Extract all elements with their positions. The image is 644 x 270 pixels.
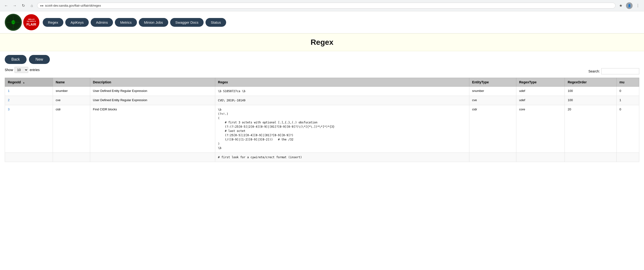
col-regexorder[interactable]: RegexOrder <box>565 78 616 87</box>
cell-id-4 <box>5 153 53 162</box>
cell-entitytype-3: cidr <box>469 105 516 153</box>
nav-regex[interactable]: Regex <box>43 18 63 27</box>
nav-swagger-docs[interactable]: Swagger Docs <box>170 18 204 27</box>
sort-arrow: ▲ <box>22 81 25 84</box>
home-button[interactable]: ⌂ <box>28 2 35 9</box>
cell-regex-2: CVE\ 2019\-10149 <box>215 96 469 105</box>
col-entitytype[interactable]: EntityType <box>469 78 516 87</box>
content-area: Back New Show 10 25 50 100 entries Searc… <box>0 51 644 166</box>
scot-logo: SCOT <box>5 14 22 31</box>
bookmark-button[interactable]: ★ <box>618 2 624 9</box>
table-row: 1 snumber User Defined Entity Regular Ex… <box>5 87 639 96</box>
cell-desc-1: User Defined Entity Regular Expression <box>90 87 215 96</box>
user-icon: 👤 <box>626 2 632 9</box>
address-bar[interactable]: ●● scot4-dev.sandia.gov/flair-ui/flair/d… <box>37 2 616 8</box>
logo-container: SCOT HELLO my name is FLAIR <box>5 14 40 31</box>
page-title-bar: Regex <box>0 33 644 51</box>
cell-mu-3: 0 <box>616 105 639 153</box>
url-text: scot4-dev.sandia.gov/flair-ui/flair/dt/r… <box>45 4 613 7</box>
cell-desc-3: Find CIDR blocks <box>90 105 215 153</box>
row-1-link[interactable]: 1 <box>8 89 10 93</box>
scot-logo-wrapper: SCOT <box>5 14 22 31</box>
cell-name-2: cve <box>53 96 90 105</box>
cell-id-1: 1 <box>5 87 53 96</box>
page-title: Regex <box>4 38 640 47</box>
cell-entitytype-4 <box>469 153 516 162</box>
row-3-link[interactable]: 3 <box>8 108 10 111</box>
cell-desc-2: User Defined Entity Regular Expression <box>90 96 215 105</box>
table-row: # first look for a cywirete/crect format… <box>5 153 639 162</box>
cell-mu-2: 1 <box>616 96 639 105</box>
col-regex[interactable]: Regex <box>215 78 469 87</box>
back-action-button[interactable]: Back <box>5 55 26 64</box>
toolbar: Back New <box>5 55 639 64</box>
nav-minion-jobs[interactable]: Minion Jobs <box>139 18 168 27</box>
my-name-text: my name is <box>27 20 36 22</box>
nav-status[interactable]: Status <box>206 18 226 27</box>
forward-button[interactable]: → <box>12 2 18 9</box>
table-header-row: RegexId ▲ Name Description Regex EntityT… <box>5 78 639 87</box>
col-name[interactable]: Name <box>53 78 90 87</box>
hello-badge: HELLO my name is FLAIR <box>23 14 40 31</box>
cell-name-1: snumber <box>53 87 90 96</box>
cell-id-2: 2 <box>5 96 53 105</box>
cell-mu-1: 0 <box>616 87 639 96</box>
cell-regex-3: \b (?<!.) ( # first 3 octets with option… <box>215 105 469 153</box>
browser-actions: ★ 👤 ⋮ <box>618 2 641 9</box>
show-label: Show <box>5 68 13 72</box>
back-button[interactable]: ← <box>3 2 10 9</box>
show-entries: Show 10 25 50 100 entries <box>5 67 40 73</box>
cell-entitytype-1: snumber <box>469 87 516 96</box>
cell-regexorder-4 <box>565 153 616 162</box>
search-input[interactable] <box>601 68 639 74</box>
col-regexid[interactable]: RegexId ▲ <box>5 78 53 87</box>
entries-label: entries <box>30 68 40 72</box>
cell-name-4 <box>53 153 90 162</box>
cell-regexorder-3: 20 <box>565 105 616 153</box>
cell-regexorder-1: 100 <box>565 87 616 96</box>
col-regextype[interactable]: RegexType <box>516 78 565 87</box>
col-mu[interactable]: mu <box>616 78 639 87</box>
search-label: Search: <box>588 69 600 73</box>
browser-chrome: ← → ↻ ⌂ ●● scot4-dev.sandia.gov/flair-ui… <box>0 0 644 11</box>
hello-text: HELLO <box>28 18 34 21</box>
cell-id-3: 3 <box>5 105 53 153</box>
row-2-link[interactable]: 2 <box>8 98 10 102</box>
cell-mu-4 <box>616 153 639 162</box>
cell-regex-1: \b S1050727ca \b <box>215 87 469 96</box>
cell-entitytype-2: cve <box>469 96 516 105</box>
cell-desc-4 <box>90 153 215 162</box>
table-row: 2 cve User Defined Entity Regular Expres… <box>5 96 639 105</box>
new-button[interactable]: New <box>29 55 50 64</box>
cell-regex-4: # first look for a cywirete/crect format… <box>215 153 469 162</box>
reload-button[interactable]: ↻ <box>20 2 26 9</box>
flair-name-text: FLAIR <box>26 22 36 26</box>
nav-apikeys[interactable]: ApiKeys <box>65 18 89 27</box>
cell-regextype-3: core <box>516 105 565 153</box>
menu-button[interactable]: ⋮ <box>634 2 641 9</box>
app-header: SCOT HELLO my name is FLAIR Regex ApiKey… <box>0 11 644 33</box>
cell-name-3: cidr <box>53 105 90 153</box>
nav-admins[interactable]: Admins <box>91 18 113 27</box>
data-table: RegexId ▲ Name Description Regex EntityT… <box>5 78 639 162</box>
nav-buttons: Regex ApiKeys Admins Metrics Minion Jobs… <box>43 18 226 27</box>
nav-metrics[interactable]: Metrics <box>115 18 137 27</box>
col-description[interactable]: Description <box>90 78 215 87</box>
cell-regextype-1: udef <box>516 87 565 96</box>
search-container: Search: <box>588 68 639 74</box>
table-controls: Show 10 25 50 100 entries Search: <box>5 67 639 76</box>
table-row: 3 cidr Find CIDR blocks \b (?<!.) ( # fi… <box>5 105 639 153</box>
entries-select[interactable]: 10 25 50 100 <box>14 67 28 73</box>
regex-code-3: \b (?<!.) ( # first 3 octets with option… <box>218 108 334 150</box>
cell-regexorder-2: 100 <box>565 96 616 105</box>
security-icon: ●● <box>40 4 44 7</box>
svg-text:SCOT: SCOT <box>10 21 16 24</box>
cell-regextype-4 <box>516 153 565 162</box>
cell-regextype-2: udef <box>516 96 565 105</box>
